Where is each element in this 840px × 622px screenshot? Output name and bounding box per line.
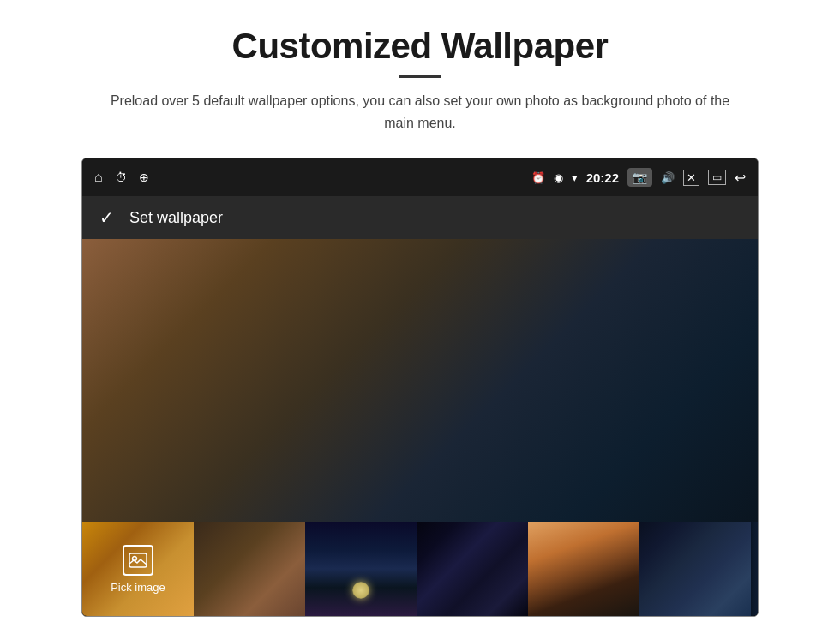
back-icon: ↩	[735, 170, 746, 186]
pick-image-icon	[123, 545, 153, 576]
wallpaper-thumb-4[interactable]	[417, 522, 528, 616]
page-title: Customized Wallpaper	[69, 26, 771, 67]
title-divider	[399, 75, 441, 78]
wallpaper-preview	[82, 239, 758, 522]
wifi-icon: ▾	[572, 171, 578, 184]
page-header: Customized Wallpaper Preload over 5 defa…	[0, 0, 840, 142]
clock-icon: ⏱	[115, 170, 127, 184]
wallpaper-thumb-2[interactable]	[194, 522, 305, 616]
status-time: 20:22	[586, 170, 619, 185]
close-icon: ✕	[683, 170, 699, 186]
status-right-icons: ⏰ ◉ ▾ 20:22 📷 🔊 ✕ ▭ ↩	[531, 168, 746, 187]
wallpaper-thumb-5[interactable]	[528, 522, 639, 616]
thumbnail-strip: Pick image	[82, 522, 758, 616]
usb-icon: ⊕	[139, 170, 149, 184]
volume-icon: 🔊	[661, 171, 675, 184]
toolbar-title: Set wallpaper	[129, 209, 223, 227]
wallpaper-thumb-3[interactable]	[305, 522, 417, 616]
app-toolbar: ✓ Set wallpaper	[82, 196, 758, 239]
status-bar: ⌂ ⏱ ⊕ ⏰ ◉ ▾ 20:22 📷 🔊 ✕ ▭ ↩	[82, 158, 758, 196]
pick-image-thumb[interactable]: Pick image	[82, 522, 194, 616]
wallpaper-thumb-6[interactable]	[639, 522, 751, 616]
pick-image-label: Pick image	[111, 581, 165, 594]
window-icon: ▭	[708, 170, 726, 185]
page-description: Preload over 5 default wallpaper options…	[94, 90, 746, 134]
confirm-check-icon[interactable]: ✓	[99, 207, 114, 228]
wallpaper-thumb-7[interactable]	[751, 522, 759, 616]
status-left-icons: ⌂ ⏱ ⊕	[94, 170, 149, 185]
location-icon: ◉	[554, 171, 563, 184]
camera-icon: 📷	[627, 168, 652, 187]
home-icon: ⌂	[94, 170, 103, 185]
svg-rect-0	[129, 553, 147, 567]
device-frame: ⌂ ⏱ ⊕ ⏰ ◉ ▾ 20:22 📷 🔊 ✕ ▭ ↩ ✓ Set wallpa…	[81, 158, 759, 617]
alarm-icon: ⏰	[531, 171, 545, 184]
